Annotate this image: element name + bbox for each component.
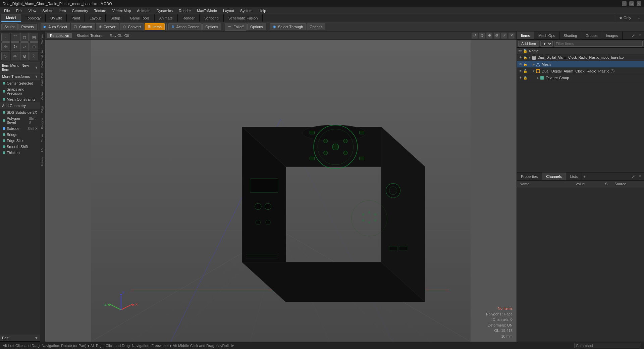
rtab-shading[interactable]: Shading [559, 32, 581, 39]
top-tab-game-tools[interactable]: Game Tools [125, 14, 155, 22]
select-poly-icon[interactable]: □ [20, 33, 29, 42]
top-tab-setup[interactable]: Setup [106, 14, 125, 22]
tree-tex-lock[interactable]: 🔒 [523, 76, 528, 80]
move-icon[interactable]: ✛ [1, 42, 10, 51]
vp-tab-perspective[interactable]: Perspective [47, 33, 72, 38]
snaps-precision-item[interactable]: Snaps and Precision [0, 86, 40, 96]
btab-lists[interactable]: Lists [566, 172, 582, 180]
menu-item-layout[interactable]: Layout [220, 8, 237, 13]
edit-header[interactable]: Edit ▼ [0, 335, 40, 341]
extrude-item[interactable]: Extrude Shift-X [0, 126, 40, 132]
tree-item-mesh[interactable]: 👁 🔒 ▶ Mesh [517, 61, 644, 68]
rtab-groups[interactable]: Groups [581, 32, 602, 39]
tree-alarm-lock[interactable]: 🔒 [523, 69, 528, 73]
polygon-bevel-item[interactable]: Polygon Bevel Shift-B [0, 115, 40, 126]
only-button[interactable]: ★ Only [615, 14, 635, 22]
menu-item-animate[interactable]: Animate [134, 8, 153, 13]
menu-item-file[interactable]: File [1, 8, 13, 13]
sculpt-button[interactable]: Sculpt [1, 23, 18, 30]
rtab-images[interactable]: Images [602, 32, 623, 39]
tree-mesh-eye[interactable]: 👁 [518, 62, 523, 67]
menu-item-texture[interactable]: Texture [92, 8, 109, 13]
vp-tab-raygl[interactable]: Ray GL: Off [107, 33, 132, 38]
select-vertex-icon[interactable]: · [1, 33, 10, 42]
maximize-button[interactable]: □ [629, 1, 634, 6]
tree-item-root[interactable]: 👁 🔒 ▼ Dual_Digital_Alarm_Clock_Radio_Pla… [517, 54, 644, 61]
top-tab-topology[interactable]: Topology [21, 14, 46, 22]
viewport[interactable]: Perspective Shaded Texture Ray GL: Off ↺… [45, 32, 517, 342]
convert2-button[interactable]: ◈ Convert [96, 23, 120, 30]
top-tab-model[interactable]: Model [1, 14, 21, 22]
vp-zoom-icon[interactable]: ⊕ [486, 33, 492, 39]
vtab-curve[interactable]: Curve [40, 132, 45, 145]
vtab-mesh-edit[interactable]: Mesh Edit [40, 70, 45, 89]
options1-button[interactable]: Options [202, 23, 221, 30]
add-item-button[interactable]: Add Item [518, 41, 539, 47]
menu-item-maxtomodo[interactable]: MaxToModo [194, 8, 220, 13]
menu-item-edit[interactable]: Edit [13, 8, 25, 13]
tree-mesh-lock[interactable]: 🔒 [523, 62, 528, 67]
btab-add[interactable]: + [582, 172, 587, 180]
items-button[interactable]: ⊞ Items [145, 23, 165, 30]
expand2-icon[interactable]: ⤢ [631, 174, 636, 179]
options2-button[interactable]: Options [247, 23, 266, 30]
select-mode-icon[interactable]: ▷ [1, 52, 10, 60]
tree-lock-icon[interactable]: 🔒 [523, 55, 528, 60]
tree-tex-eye[interactable]: 👁 [518, 76, 523, 80]
rtab-items[interactable]: Items [517, 32, 534, 39]
magnet-icon[interactable]: ⊖ [20, 52, 29, 60]
vp-camera-icon[interactable]: ⊙ [479, 33, 485, 39]
tree-mesh-expand[interactable]: ▶ [532, 63, 536, 66]
menu-item-view[interactable]: View [26, 8, 39, 13]
vp-tab-shaded[interactable]: Shaded Texture [74, 33, 105, 38]
top-tab-paint[interactable]: Paint [67, 14, 85, 22]
select-item-icon[interactable]: ⊞ [30, 33, 38, 42]
add-tab-button[interactable]: + [635, 14, 643, 22]
select-edge-icon[interactable]: ⌒ [11, 33, 19, 42]
filter-items-input[interactable] [554, 41, 643, 47]
bridge-item[interactable]: Bridge [0, 132, 40, 138]
rotate-icon[interactable]: ↻ [11, 42, 19, 51]
add-geometry-header[interactable]: Add Geometry [0, 102, 40, 109]
menu-item-geometry[interactable]: Geometry [69, 8, 91, 13]
menu-item-system[interactable]: System [237, 8, 255, 13]
vtab-uv[interactable]: UV [40, 145, 45, 155]
top-tab-schematic-fusion[interactable]: Schematic Fusion [224, 14, 263, 22]
thicken-item[interactable]: Thicken [0, 150, 40, 156]
center-selected-item[interactable]: Center Selected [0, 80, 40, 86]
more-transforms-header[interactable]: More Transforms ▼ [0, 73, 40, 80]
menu-item-item[interactable]: Item [56, 8, 68, 13]
tree-alarm-eye[interactable]: 👁 [518, 69, 523, 73]
vp-close-icon[interactable]: ✕ [508, 33, 515, 39]
tree-tex-expand[interactable]: ▶ [536, 76, 540, 80]
convert1-button[interactable]: ⬡ Convert [71, 23, 95, 30]
item-menu-header[interactable]: Item Menu: New Item ▼ [0, 62, 40, 73]
select-through-button[interactable]: ◉ Select Through [270, 23, 306, 30]
close-button[interactable]: ✕ [637, 1, 641, 6]
menu-item-vertex map[interactable]: Vertex Map [110, 8, 134, 13]
menu-item-render[interactable]: Render [176, 8, 194, 13]
mesh-constraints-item[interactable]: Mesh Constraints [0, 96, 40, 102]
transform-icon[interactable]: ⊕ [30, 42, 38, 51]
tree-item-alarm[interactable]: 👁 🔒 ▼ Dual_Digital_Alarm_Clock_Radio_Pla… [517, 68, 644, 74]
vp-settings-icon[interactable]: ⚙ [494, 33, 500, 39]
vtab-deform[interactable]: Deform [40, 32, 45, 47]
vtab-vertex[interactable]: Vertex [40, 89, 45, 103]
top-tab-scripting[interactable]: Scripting [200, 14, 224, 22]
vp-expand-icon[interactable]: ⤢ [501, 33, 507, 39]
convert3-button[interactable]: ◇ Convert [120, 23, 144, 30]
top-tab-layout[interactable]: Layout [85, 14, 106, 22]
menu-item-select[interactable]: Select [40, 8, 55, 13]
vtab-fusion[interactable]: Fusion [40, 155, 45, 169]
presets-button[interactable]: Presets [18, 24, 37, 30]
smooth-shift-item[interactable]: Smooth Shift [0, 144, 40, 150]
paint-icon[interactable]: ✏ [11, 52, 19, 60]
vtab-deformations[interactable]: Deformations [40, 47, 45, 70]
falloff-button[interactable]: 〜 Falloff [225, 23, 247, 31]
add-item-dropdown[interactable]: ▼ [540, 41, 553, 47]
edge-slice-item[interactable]: Edge Slice [0, 138, 40, 144]
top-tab-animate[interactable]: Animate [155, 14, 178, 22]
top-tab-uvedit[interactable]: UVEdit [46, 14, 67, 22]
viewport-canvas[interactable]: X Z Y No Items Polygons : Face Channels:… [45, 40, 517, 342]
tree-eye-icon[interactable]: 👁 [518, 55, 523, 60]
